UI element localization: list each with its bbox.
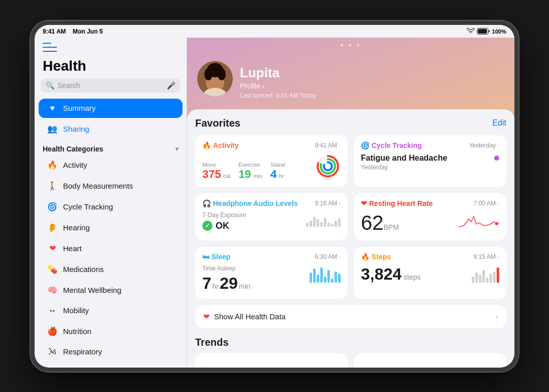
medications-icon: 💊 <box>47 264 58 274</box>
show-all-heart-icon: ❤ <box>203 312 210 321</box>
trends-grid: 🔥 Exercise Minutes › ❤ Walking Heart Rat… <box>195 353 506 368</box>
sidebar-item-hearing[interactable]: 👂 Hearing <box>39 218 182 237</box>
sidebar-item-mobility[interactable]: ↔ Mobility <box>39 301 182 320</box>
steps-display: 3,824 steps <box>361 265 421 284</box>
sidebar-item-sharing[interactable]: 👥 Sharing <box>39 119 182 139</box>
profile-info: Lupita Profile Last synced: 9:41 AM Toda… <box>240 61 316 99</box>
svg-point-8 <box>210 64 220 74</box>
exercise-minutes-trend[interactable]: 🔥 Exercise Minutes › <box>195 353 348 368</box>
heart-icon: ❤ <box>47 244 58 253</box>
body-measurements-icon: 🚶 <box>47 181 58 191</box>
trends-header: Trends <box>195 337 506 348</box>
walking-heart-rate-trend[interactable]: ❤ Walking Heart Rate Average › <box>354 353 506 368</box>
search-icon: 🔍 <box>46 81 54 89</box>
cycle-icon: 🌀 <box>361 141 370 149</box>
mic-icon[interactable]: 🎤 <box>167 81 175 89</box>
search-input[interactable] <box>57 81 164 89</box>
sleep-duration: 7 hr 29 min <box>202 274 250 293</box>
walking-heart-icon: ❤ <box>361 367 367 368</box>
activity-icon: 🔥 <box>47 160 58 170</box>
battery-percent: 100% <box>492 28 506 35</box>
ipad-frame: 9:41 AM Mon Jun 5 <box>30 21 518 372</box>
show-all-health-data-button[interactable]: ❤ Show All Health Data › <box>195 305 506 328</box>
sidebar-item-respiratory[interactable]: 🌬 Respiratory <box>39 342 182 361</box>
heart-rate-chart <box>459 212 499 229</box>
three-dots-menu[interactable]: • • • <box>187 38 514 53</box>
cycle-tracking-card[interactable]: 🌀 Cycle Tracking Yesterday › <box>354 135 506 187</box>
steps-card-icon: 🔥 <box>361 253 370 261</box>
categories-section-title: Health Categories ▾ <box>35 140 187 155</box>
walking-heart-rate-label: ❤ Walking Heart Rate Average <box>361 367 456 368</box>
search-bar[interactable]: 🔍 🎤 <box>41 78 180 93</box>
activity-ring <box>315 154 341 181</box>
walking-heart-chevron: › <box>497 367 499 368</box>
headphone-card[interactable]: 🎧 Headphone Audio Levels 9:16 AM › <box>195 193 348 240</box>
status-icons: 100% <box>467 28 506 36</box>
cycle-chevron: › <box>497 142 499 148</box>
headphone-chevron: › <box>339 200 341 206</box>
edit-favorites-button[interactable]: Edit <box>492 118 506 128</box>
show-all-chevron: › <box>496 312 498 321</box>
heart-rate-card[interactable]: ❤ Resting Heart Rate 7:00 AM › <box>354 193 506 240</box>
cycle-card-title: 🌀 Cycle Tracking <box>361 141 422 149</box>
sidebar-item-medications[interactable]: 💊 Medications <box>39 259 182 279</box>
favorites-grid: 🔥 Activity 9:41 AM › <box>195 135 506 299</box>
respiratory-icon: 🌬 <box>47 347 58 356</box>
user-avatar[interactable] <box>197 61 233 97</box>
profile-sync: Last synced: 9:41 AM Today <box>240 92 316 99</box>
sidebar-item-sleep[interactable]: 🛏 Sleep <box>39 363 182 368</box>
sleep-card[interactable]: 🛏 Sleep 6:30 AM › Time Asleep <box>195 247 348 299</box>
heart-rate-card-title: ❤ Resting Heart Rate <box>361 199 433 207</box>
activity-card-time: 9:41 AM › <box>315 142 341 149</box>
sidebar-item-activity[interactable]: 🔥 Activity <box>39 155 182 175</box>
sharing-icon: 👥 <box>47 124 58 134</box>
favorites-header: Favorites Edit <box>195 117 506 129</box>
sidebar-item-nutrition[interactable]: 🍎 Nutrition <box>39 321 182 341</box>
activity-card[interactable]: 🔥 Activity 9:41 AM › <box>195 135 348 187</box>
profile-section: Lupita Profile Last synced: 9:41 AM Toda… <box>187 53 514 109</box>
sidebar-item-mental-wellbeing[interactable]: 🧠 Mental Wellbeing <box>39 280 182 300</box>
status-bar: 9:41 AM Mon Jun 5 <box>35 25 514 38</box>
sidebar-item-cycle-tracking[interactable]: 🌀 Cycle Tracking <box>39 197 182 217</box>
categories-chevron[interactable]: ▾ <box>175 145 178 153</box>
heart-rate-card-time: 7:00 AM › <box>473 200 499 207</box>
sidebar-item-summary[interactable]: ♥ Summary <box>39 99 182 118</box>
exercise-trend-chevron: › <box>338 367 341 368</box>
sidebar-item-summary-label: Summary <box>63 104 96 112</box>
profile-link[interactable]: Profile <box>240 82 316 90</box>
steps-card-time: 9:15 AM › <box>473 253 499 260</box>
ok-checkmark: ✓ <box>202 221 212 231</box>
wifi-icon <box>467 28 475 35</box>
sidebar-header <box>35 38 187 56</box>
app-container: Health 🔍 🎤 ♥ Summary 👥 Sharing <box>35 38 514 368</box>
activity-card-icon: 🔥 <box>202 141 211 149</box>
sleep-card-title: 🛏 Sleep <box>202 253 230 261</box>
ipad-inner: 9:41 AM Mon Jun 5 <box>35 25 514 368</box>
move-metric: Move 375 cal <box>202 162 230 181</box>
profile-name: Lupita <box>240 65 316 81</box>
sleep-card-time: 6:30 AM › <box>315 253 341 260</box>
cycle-card-time: Yesterday › <box>469 142 499 149</box>
headphone-icon: 🎧 <box>202 199 211 207</box>
activity-card-title: 🔥 Activity <box>202 141 239 149</box>
steps-card[interactable]: 🔥 Steps 9:15 AM › 3,824 <box>354 247 506 299</box>
hearing-icon: 👂 <box>47 223 58 232</box>
bpm-display: 62 BPM <box>361 212 399 234</box>
status-time: 9:41 AM Mon Jun 5 <box>43 28 103 35</box>
steps-card-title: 🔥 Steps <box>361 253 391 261</box>
headphone-card-time: 9:16 AM › <box>315 200 341 207</box>
sidebar-toggle-icon[interactable] <box>43 42 57 53</box>
favorites-title: Favorites <box>195 117 240 129</box>
headphone-chart <box>306 212 341 227</box>
stand-metric: Stand 4 hr <box>270 162 285 181</box>
sleep-chevron: › <box>339 254 341 260</box>
steps-chart <box>472 265 499 283</box>
sleep-chart <box>310 265 341 283</box>
heart-rate-icon: ❤ <box>361 199 367 207</box>
battery-icon <box>477 28 490 36</box>
sidebar-item-body-measurements[interactable]: 🚶 Body Measurements <box>39 176 182 196</box>
nutrition-icon: 🍎 <box>47 326 58 336</box>
summary-icon: ♥ <box>47 104 58 113</box>
exercise-minutes-label: 🔥 Exercise Minutes <box>202 367 266 368</box>
sidebar-item-heart[interactable]: ❤ Heart <box>39 238 182 258</box>
